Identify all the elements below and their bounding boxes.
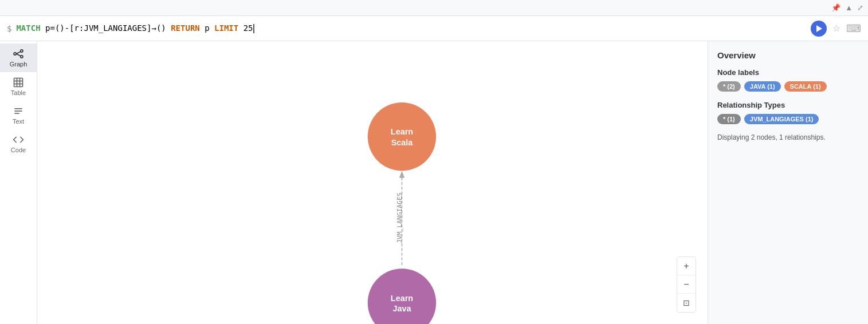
text-icon [13,105,24,117]
zoom-fit-button[interactable]: ⊡ [677,294,696,312]
display-info: Displaying 2 nodes, 1 relationships. [717,133,859,141]
node-java-label-line2: Java [392,304,411,313]
graph-icon [13,48,24,60]
query-actions: ☆ ⌨ [811,21,861,37]
more-options-button[interactable]: ⌨ [846,22,861,35]
top-bar: 📌 ▲ ⤢ [0,0,868,16]
query-match-keyword: MATCH [16,23,40,33]
query-bar: $ MATCH p=()-[r:JVM_LANGIAGES]→() RETURN… [0,16,868,41]
svg-point-2 [21,56,23,58]
node-scala-label-line2: Scala [391,138,414,147]
node-labels-section: Node labels [717,68,859,77]
node-scala[interactable] [368,102,436,171]
zoom-out-button[interactable]: − [677,275,696,294]
sidebar-item-code[interactable]: Code [0,129,37,158]
node-java-label-line1: Learn [391,294,413,303]
svg-point-1 [21,50,23,52]
sidebar-text-label: Text [13,118,24,125]
svg-point-0 [14,53,16,55]
run-query-button[interactable] [811,21,827,37]
query-limit-keyword: LIMIT [214,23,238,33]
sidebar: Graph Table Text [0,41,37,324]
query-input[interactable]: MATCH p=()-[r:JVM_LANGIAGES]→() RETURN p… [16,23,806,33]
query-var: p [205,23,214,33]
graph-area[interactable]: JVM_LANGIAGES Learn Scala Learn Java + −… [37,41,708,324]
cursor [253,24,254,33]
relationship-types-section: Relationship Types [717,101,859,109]
badge-all-nodes[interactable]: * (2) [717,81,741,92]
svg-rect-5 [14,78,23,87]
sidebar-graph-label: Graph [10,61,28,68]
badge-java-nodes[interactable]: JAVA (1) [744,81,781,92]
collapse-icon[interactable]: ▲ [845,3,853,12]
edge-label: JVM_LANGIAGES [395,192,403,243]
pin-icon[interactable]: 📌 [831,3,840,12]
table-icon [13,77,24,88]
query-dollar-sign: $ [7,24,11,33]
query-limit-val: 25 [243,23,253,33]
sidebar-table-label: Table [11,89,26,96]
node-badges: * (2) JAVA (1) SCALA (1) [717,81,859,92]
favorite-button[interactable]: ☆ [832,23,840,34]
code-icon [13,134,24,145]
svg-line-3 [16,52,21,54]
query-return-keyword: RETURN [171,23,200,33]
overview-title: Overview [717,50,859,60]
badge-all-rels[interactable]: * (1) [717,114,741,124]
sidebar-code-label: Code [11,147,26,153]
overview-panel: Overview Node labels * (2) JAVA (1) SCAL… [708,41,868,324]
query-path: p=()-[r:JVM_LANGIAGES]→() [45,23,171,33]
zoom-in-button[interactable]: + [677,257,696,275]
main-content: Graph Table Text [0,41,868,324]
svg-line-4 [16,54,21,56]
node-scala-label-line1: Learn [391,127,413,136]
rel-badges: * (1) JVM_LANGIAGES (1) [717,114,859,124]
sidebar-item-text[interactable]: Text [0,101,37,129]
sidebar-item-graph[interactable]: Graph [0,44,37,72]
sidebar-item-table[interactable]: Table [0,72,37,101]
badge-scala-nodes[interactable]: SCALA (1) [784,81,827,92]
zoom-controls: + − ⊡ [677,256,696,313]
expand-icon[interactable]: ⤢ [857,3,863,12]
badge-jvm-rels[interactable]: JVM_LANGIAGES (1) [744,114,819,124]
graph-svg: JVM_LANGIAGES Learn Scala Learn Java [37,41,708,324]
